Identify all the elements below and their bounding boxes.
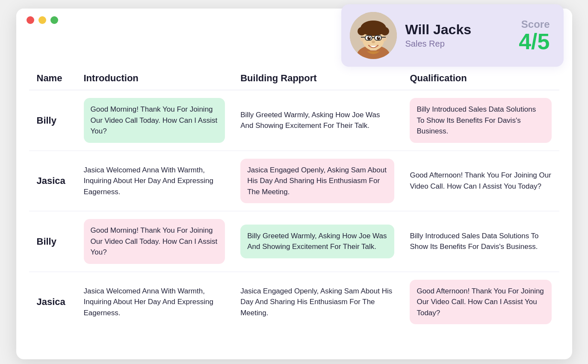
profile-card: Will Jacks Sales Rep Score 4/5 <box>341 4 564 67</box>
table-header-row: Name Introduction Building Rapport Quali… <box>29 67 559 90</box>
cell-qualification: Good Afternoon! Thank You For Joining Ou… <box>402 272 559 332</box>
dot-red[interactable] <box>27 16 34 24</box>
avatar <box>350 12 397 59</box>
cell-introduction: Jasica Welcomed Anna With Warmth, Inquir… <box>76 151 233 212</box>
svg-point-11 <box>382 36 387 41</box>
score-value: 4/5 <box>519 30 550 53</box>
cell-introduction: Jasica Welcomed Anna With Warmth, Inquir… <box>76 272 233 332</box>
cell-name: Billy <box>29 211 76 272</box>
svg-point-17 <box>378 37 379 38</box>
cell-rapport: Billy Greeted Warmly, Asking How Joe Was… <box>233 211 402 272</box>
cell-rapport: Billy Greeted Warmly, Asking How Joe Was… <box>233 90 402 151</box>
cell-rapport: Jasica Engaged Openly, Asking Sam About … <box>233 272 402 332</box>
profile-name: Will Jacks <box>405 22 498 37</box>
cell-bubble: Billy Greeted Warmly, Asking How Joe Was… <box>240 225 394 258</box>
col-header-rapport: Building Rapport <box>233 67 402 90</box>
col-header-qualification: Qualification <box>402 67 559 90</box>
cell-bubble: Good Morning! Thank You For Joining Our … <box>84 98 225 143</box>
table-row: JasicaJasica Welcomed Anna With Warmth, … <box>29 272 559 332</box>
cell-qualification: Billy Introduced Sales Data Solutions To… <box>402 211 559 272</box>
cell-bubble: Good Morning! Thank You For Joining Our … <box>84 219 225 264</box>
table-wrapper: Name Introduction Building Rapport Quali… <box>16 28 572 345</box>
profile-role: Sales Rep <box>405 39 498 49</box>
cell-name: Jasica <box>29 151 76 212</box>
profile-info: Will Jacks Sales Rep <box>405 22 498 49</box>
dot-green[interactable] <box>50 16 58 24</box>
cell-introduction: Good Morning! Thank You For Joining Our … <box>76 90 233 151</box>
score-label: Score <box>521 18 550 30</box>
score-block: Score 4/5 <box>519 18 550 53</box>
cell-bubble: Billy Introduced Sales Data Solutions To… <box>410 98 551 143</box>
cell-bubble: Jasica Engaged Openly, Asking Sam About … <box>240 159 394 204</box>
data-table: Name Introduction Building Rapport Quali… <box>29 67 559 332</box>
cell-qualification: Billy Introduced Sales Data Solutions To… <box>402 90 559 151</box>
cell-introduction: Good Morning! Thank You For Joining Our … <box>76 211 233 272</box>
svg-point-23 <box>372 41 375 43</box>
cell-name: Jasica <box>29 272 76 332</box>
cell-name: Billy <box>29 90 76 151</box>
table-row: JasicaJasica Welcomed Anna With Warmth, … <box>29 151 559 212</box>
svg-point-16 <box>369 37 370 38</box>
col-header-name: Name <box>29 67 76 90</box>
col-header-introduction: Introduction <box>76 67 233 90</box>
cell-rapport: Jasica Engaged Openly, Asking Sam About … <box>233 151 402 212</box>
cell-qualification: Good Afternoon! Thank You For Joining Ou… <box>402 151 559 212</box>
svg-point-10 <box>360 36 364 41</box>
main-window: Will Jacks Sales Rep Score 4/5 Name Intr… <box>16 9 572 359</box>
cell-bubble: Good Afternoon! Thank You For Joining Ou… <box>410 280 551 325</box>
svg-point-9 <box>368 21 378 31</box>
table-row: BillyGood Morning! Thank You For Joining… <box>29 211 559 272</box>
dot-yellow[interactable] <box>38 16 46 24</box>
table-row: BillyGood Morning! Thank You For Joining… <box>29 90 559 151</box>
